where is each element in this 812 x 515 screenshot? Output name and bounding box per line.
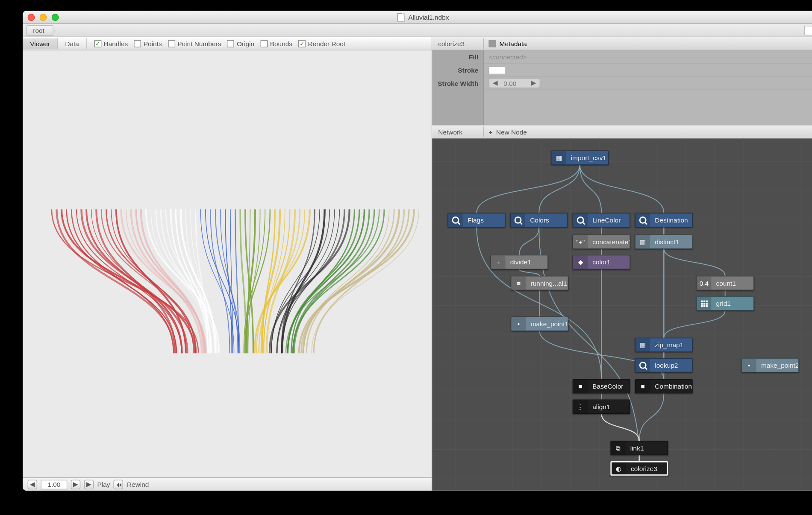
- network-canvas[interactable]: ▦import_csv1FlagsColorsLineColorDestinat…: [432, 138, 812, 490]
- node-icon: ⧉: [611, 442, 626, 455]
- stroke-width-stepper[interactable]: ◀ 0.00 ▶: [488, 78, 540, 88]
- node-colorize3[interactable]: ◐colorize3: [610, 461, 668, 476]
- playbar: ◀ 1.00 ▶ ▶ Play ⏮ Rewind: [23, 477, 431, 491]
- opt-handles[interactable]: Handles: [94, 40, 128, 47]
- node-make_point1[interactable]: •make_point1: [511, 317, 568, 331]
- prop-field-stroke-width[interactable]: ◀ 0.00 ▶ ⋯: [484, 77, 812, 90]
- selected-node-name: colorize3: [432, 38, 484, 49]
- node-label: divide1: [506, 258, 537, 266]
- node-link1[interactable]: ⧉link1: [610, 441, 668, 455]
- node-import_csv1[interactable]: ▦import_csv1: [551, 151, 609, 165]
- node-label: align1: [588, 403, 616, 410]
- node-label: LineColor: [588, 217, 627, 224]
- node-distinct1[interactable]: ▥distinct1: [635, 234, 693, 249]
- checkbox-icon: [168, 40, 175, 47]
- node-label: make_point1: [526, 320, 568, 328]
- opt-bounds[interactable]: Bounds: [260, 40, 292, 47]
- prop-label-fill: Fill: [432, 50, 483, 64]
- node-label: count1: [711, 279, 742, 287]
- node-icon: [697, 297, 712, 310]
- node-icon: •: [742, 359, 756, 372]
- new-node-button[interactable]: + New Node: [484, 128, 527, 135]
- node-label: zip_map1: [650, 341, 689, 348]
- node-icon: [635, 359, 650, 372]
- tab-data[interactable]: Data: [58, 38, 87, 49]
- properties-panel: Fill Stroke Stroke Width <connected> ⋯ ⋯: [432, 50, 812, 126]
- node-colors[interactable]: Colors: [510, 213, 568, 228]
- node-label: Colors: [525, 217, 555, 224]
- window-controls: [28, 14, 59, 21]
- node-flags[interactable]: Flags: [448, 213, 506, 228]
- node-icon: ▦: [552, 151, 566, 164]
- right-panel: colorize3 Metadata Fill Stroke Stroke Wi…: [432, 37, 812, 491]
- prop-field-fill[interactable]: <connected> ⋯: [484, 50, 812, 64]
- node-icon: ◐: [612, 462, 626, 474]
- node-icon: [448, 214, 463, 227]
- prop-field-stroke[interactable]: ⋯: [484, 64, 812, 77]
- node-label: link1: [625, 445, 650, 452]
- node-label: Destination: [650, 217, 693, 224]
- node-icon: ≡: [512, 276, 526, 290]
- node-label: running...al1: [526, 279, 568, 287]
- node-zip_map1[interactable]: ▦zip_map1: [635, 338, 693, 352]
- rewind-button[interactable]: ⏮: [114, 480, 123, 489]
- prop-label-stroke: Stroke: [432, 64, 483, 77]
- metadata-icon: [488, 40, 496, 47]
- node-destination[interactable]: Destination: [635, 213, 693, 228]
- rewind-label: Rewind: [127, 481, 149, 488]
- checkbox-icon: [298, 40, 306, 47]
- node-icon: "+": [573, 235, 588, 249]
- node-icon: ▦: [635, 338, 650, 351]
- opt-origin[interactable]: Origin: [227, 40, 254, 47]
- node-count1[interactable]: 0.4count1: [696, 276, 754, 290]
- minimize-window-button[interactable]: [40, 14, 47, 21]
- viewer-tabs: Viewer Data Handles Points Point Numbers…: [23, 37, 431, 50]
- opt-point-numbers[interactable]: Point Numbers: [168, 40, 221, 47]
- node-make_point2[interactable]: •make_point2: [741, 358, 799, 372]
- zoom-window-button[interactable]: [52, 14, 59, 21]
- tab-viewer[interactable]: Viewer: [23, 38, 58, 49]
- node-concatenate1[interactable]: "+"concatenate1: [573, 234, 630, 249]
- node-icon: [511, 214, 525, 227]
- node-linecolor[interactable]: LineColor: [573, 213, 630, 228]
- opt-points[interactable]: Points: [134, 40, 162, 47]
- stepper-decr-icon[interactable]: ◀: [493, 79, 497, 87]
- frame-field[interactable]: 1.00: [41, 480, 68, 489]
- node-icon: 0.4: [697, 276, 712, 290]
- plus-icon: +: [488, 128, 492, 135]
- prop-label-stroke-width: Stroke Width: [432, 77, 483, 90]
- node-running_al1[interactable]: ≡running...al1: [511, 276, 568, 290]
- node-align1[interactable]: ⋮align1: [573, 399, 630, 414]
- play-button[interactable]: ▶: [84, 480, 94, 489]
- properties-header: colorize3 Metadata: [432, 37, 812, 50]
- frame-prev-button[interactable]: ◀: [28, 480, 37, 489]
- viewer-canvas[interactable]: [23, 50, 431, 477]
- tab-metadata[interactable]: Metadata: [484, 40, 527, 47]
- stepper-incr-icon[interactable]: ▶: [531, 79, 536, 87]
- node-icon: ■: [573, 380, 588, 393]
- document-icon: [397, 13, 405, 21]
- node-lookup2[interactable]: lookup2: [635, 358, 693, 372]
- close-window-button[interactable]: [28, 14, 35, 21]
- node-grid1[interactable]: grid1: [696, 296, 754, 311]
- node-color1[interactable]: ◆color1: [573, 255, 630, 269]
- breadcrumb-indicator[interactable]: [804, 26, 812, 35]
- node-label: import_csv1: [566, 154, 609, 161]
- node-label: lookup2: [650, 362, 684, 369]
- node-basecolor[interactable]: ■BaseColor: [573, 379, 630, 394]
- breadcrumb: root: [23, 24, 812, 37]
- node-icon: ▥: [635, 235, 650, 249]
- node-label: grid1: [711, 300, 737, 307]
- node-label: make_point2: [756, 362, 799, 369]
- node-label: distinct1: [650, 238, 685, 246]
- viewer-panel: Viewer Data Handles Points Point Numbers…: [23, 37, 432, 491]
- node-divide1[interactable]: ÷divide1: [490, 255, 548, 269]
- color-swatch[interactable]: [488, 66, 505, 74]
- breadcrumb-root[interactable]: root: [26, 25, 53, 35]
- node-icon: ⋮: [573, 400, 588, 413]
- opt-render-root[interactable]: Render Root: [298, 40, 345, 47]
- viewer-options: Handles Points Point Numbers Origin Boun…: [87, 40, 345, 47]
- node-icon: ◆: [573, 255, 588, 269]
- node-combination[interactable]: ■Combination: [635, 379, 693, 394]
- frame-next-button[interactable]: ▶: [71, 480, 80, 489]
